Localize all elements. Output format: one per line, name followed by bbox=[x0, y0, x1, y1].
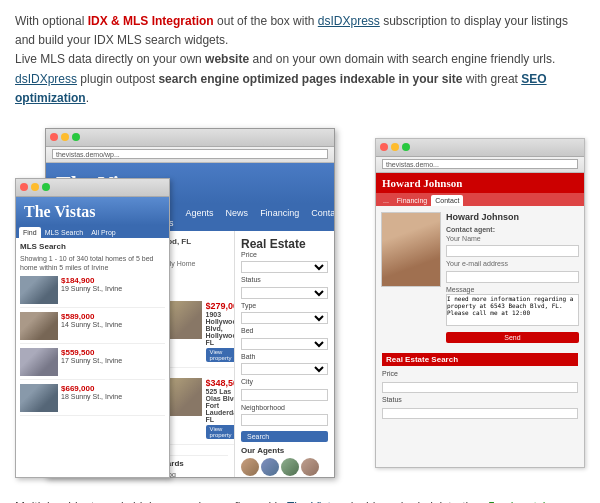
page-container: With optional IDX & MLS Integration out … bbox=[0, 0, 600, 503]
bed-label: Bed bbox=[241, 327, 328, 334]
mid-nav-agents[interactable]: Agents bbox=[180, 205, 220, 231]
maximize-btn[interactable] bbox=[402, 143, 410, 151]
name-label: Your Name bbox=[446, 235, 579, 242]
front-nav-mls[interactable]: MLS Search bbox=[41, 227, 88, 238]
email-input[interactable] bbox=[446, 271, 579, 283]
front-site-title: The Vistas bbox=[24, 203, 96, 221]
front-info-3: $559,500 17 Sunny St., Irvine bbox=[61, 348, 122, 376]
agent-photo-1 bbox=[241, 458, 259, 476]
property-info-4: $348,500 525 Las Olas Blvd, Fort Lauderd… bbox=[206, 378, 234, 440]
mid-maximize-btn[interactable] bbox=[72, 133, 80, 141]
front-img-3 bbox=[20, 348, 58, 376]
bed-select[interactable] bbox=[241, 338, 328, 350]
minimize-btn[interactable] bbox=[391, 143, 399, 151]
front-nav: Find MLS Search All Prop bbox=[16, 225, 169, 238]
front-maximize-btn[interactable] bbox=[42, 183, 50, 191]
neighborhood-label: Neighborhood bbox=[241, 404, 328, 411]
front-minimize-btn[interactable] bbox=[31, 183, 39, 191]
front-price-4: $669,000 bbox=[61, 384, 122, 393]
front-info-1: $184,900 19 Sunny St., Irvine bbox=[61, 276, 122, 304]
front-img-2 bbox=[20, 312, 58, 340]
name-input[interactable] bbox=[446, 245, 579, 257]
city-label: City bbox=[241, 378, 328, 385]
price-label: Price bbox=[241, 251, 328, 258]
front-img-4 bbox=[20, 384, 58, 412]
front-img-1 bbox=[20, 276, 58, 304]
dsidxpress-plugin-link[interactable]: dsIDXpress bbox=[15, 72, 77, 86]
agents-section: Our Agents bbox=[241, 446, 328, 478]
property-info-2: $279,000 1903 Hollywood Blvd, Hollywood … bbox=[206, 301, 234, 363]
screenshots-area: thevistas.demo... Howard Johnson ... Fin… bbox=[15, 118, 585, 488]
message-textarea[interactable]: I need more information regarding a prop… bbox=[446, 294, 579, 326]
price-input-back[interactable] bbox=[382, 382, 578, 393]
price-select[interactable] bbox=[241, 261, 328, 273]
mid-url-bar[interactable]: thevistas.demo/wp... bbox=[52, 149, 328, 159]
property-price-4: $348,500 bbox=[206, 378, 234, 388]
mid-right-sidebar: Real Estate Price Status Type Bed Bath C… bbox=[234, 231, 334, 478]
bottom-section: Multiple widgets and sidebars can be con… bbox=[15, 498, 585, 503]
front-nav-find[interactable]: Find bbox=[19, 227, 41, 238]
front-close-btn[interactable] bbox=[20, 183, 28, 191]
front-addr-4: 18 Sunny St., Irvine bbox=[61, 393, 122, 400]
type-select[interactable] bbox=[241, 312, 328, 324]
view-btn-2[interactable]: View property bbox=[206, 348, 234, 362]
send-button[interactable]: Send bbox=[446, 332, 579, 343]
intro-line1: With optional IDX & MLS Integration out … bbox=[15, 12, 585, 50]
website-bold: website bbox=[205, 52, 249, 66]
front-price-3: $559,500 bbox=[61, 348, 122, 357]
front-price-1: $184,900 bbox=[61, 276, 122, 285]
view-btn-4[interactable]: View property bbox=[206, 425, 234, 439]
back-re-search: Real Estate Search Price Status bbox=[376, 349, 584, 427]
back-titlebar bbox=[376, 139, 584, 157]
agent-photo-4 bbox=[301, 458, 319, 476]
mid-close-btn[interactable] bbox=[50, 133, 58, 141]
status-label-back: Status bbox=[382, 396, 578, 403]
back-nav-ellipsis[interactable]: ... bbox=[379, 195, 393, 206]
status-select[interactable] bbox=[241, 287, 328, 299]
close-btn[interactable] bbox=[380, 143, 388, 151]
agent-photo bbox=[381, 212, 441, 287]
property-price-2: $279,000 bbox=[206, 301, 234, 311]
property-addr-2: 1903 Hollywood Blvd, Hollywood FL bbox=[206, 311, 234, 346]
email-label: Your e-mail address bbox=[446, 260, 579, 267]
bath-select[interactable] bbox=[241, 363, 328, 375]
mid-nav-financing[interactable]: Financing bbox=[254, 205, 305, 231]
intro-line3: dsIDXpress plugin outpost search engine … bbox=[15, 70, 585, 108]
mid-nav-contact[interactable]: Contact bbox=[305, 205, 335, 231]
re-search-title: Real Estate Search bbox=[382, 353, 578, 366]
front-info-2: $589,000 14 Sunny St., Irvine bbox=[61, 312, 122, 340]
re-fields: Price Status bbox=[382, 366, 578, 423]
neighborhood-input[interactable] bbox=[241, 414, 328, 426]
agent-name: Howard Johnson bbox=[446, 212, 579, 222]
front-result-4: $669,000 18 Sunny St., Irvine bbox=[20, 384, 165, 416]
back-header: Howard Johnson bbox=[376, 173, 584, 193]
back-nav-financing[interactable]: Financing bbox=[393, 195, 431, 206]
mid-nav-news[interactable]: News bbox=[220, 205, 255, 231]
re-search-btn[interactable]: Search bbox=[241, 431, 328, 442]
agent-info: Howard Johnson Contact agent: Your Name … bbox=[446, 212, 579, 343]
front-result-1: $184,900 19 Sunny St., Irvine bbox=[20, 276, 165, 308]
back-site-title: Howard Johnson bbox=[382, 177, 578, 189]
front-addr-1: 19 Sunny St., Irvine bbox=[61, 285, 122, 292]
contact-agent-label: Contact agent: bbox=[446, 226, 579, 233]
front-header: The Vistas bbox=[16, 197, 169, 225]
back-nav-contact[interactable]: Contact bbox=[431, 195, 463, 206]
intro-section: With optional IDX & MLS Integration out … bbox=[15, 12, 585, 108]
screenshot-back: thevistas.demo... Howard Johnson ... Fin… bbox=[375, 138, 585, 468]
front-titlebar bbox=[16, 179, 169, 197]
dsidxpress-link[interactable]: dsIDXpress bbox=[318, 14, 380, 28]
front-nav-all[interactable]: All Prop bbox=[87, 227, 120, 238]
front-addr-2: 14 Sunny St., Irvine bbox=[61, 321, 122, 328]
mid-minimize-btn[interactable] bbox=[61, 133, 69, 141]
seo-pages-bold: search engine optimized pages indexable … bbox=[158, 72, 462, 86]
back-addr-bar: thevistas.demo... bbox=[376, 157, 584, 173]
front-result-3: $559,500 17 Sunny St., Irvine bbox=[20, 348, 165, 380]
message-label: Message bbox=[446, 286, 579, 293]
bath-label: Bath bbox=[241, 353, 328, 360]
back-url-bar[interactable]: thevistas.demo... bbox=[382, 159, 578, 169]
bottom-line1: Multiple widgets and sidebars can be con… bbox=[15, 498, 585, 503]
status-input-back[interactable] bbox=[382, 408, 578, 419]
front-price-2: $589,000 bbox=[61, 312, 122, 321]
city-input[interactable] bbox=[241, 389, 328, 401]
agent-photo-3 bbox=[281, 458, 299, 476]
